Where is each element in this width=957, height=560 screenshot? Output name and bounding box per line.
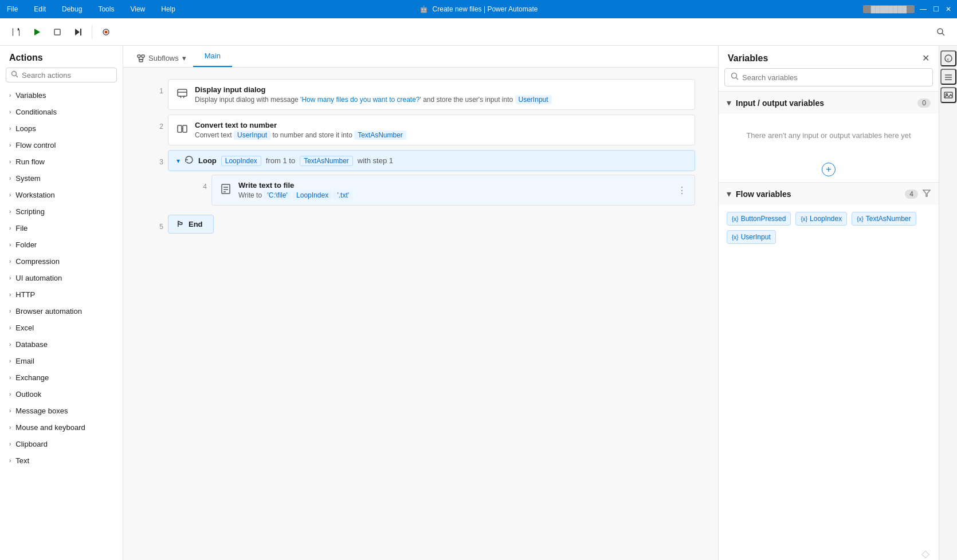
chevron-icon: › bbox=[9, 441, 11, 447]
menu-tools[interactable]: Tools bbox=[96, 4, 116, 14]
step-1-desc-before: Display input dialog with message bbox=[195, 96, 300, 104]
action-group-loops[interactable]: ›Loops bbox=[0, 120, 123, 137]
loop-collapse-icon[interactable]: ▾ bbox=[177, 157, 180, 165]
search-variables-input[interactable] bbox=[742, 73, 927, 82]
var-chip-textasnumber[interactable]: {x} TextAsNumber bbox=[852, 212, 916, 226]
step-more-button[interactable]: ⋮ bbox=[677, 185, 687, 196]
action-group-label: Browser automation bbox=[15, 307, 82, 316]
input-output-count: 0 bbox=[917, 98, 931, 108]
step-1-link[interactable]: 'How many files do you want to create?' bbox=[300, 96, 421, 104]
action-group-email[interactable]: ›Email bbox=[0, 353, 123, 369]
action-group-folder[interactable]: ›Folder bbox=[0, 236, 123, 253]
input-output-section-header[interactable]: ▾ Input / output variables 0 bbox=[719, 92, 939, 114]
canvas-content: 1 Display input dialog Display input dia… bbox=[123, 68, 718, 560]
chevron-icon: › bbox=[9, 92, 11, 98]
menu-edit[interactable]: Edit bbox=[32, 4, 48, 14]
flow-variables-header[interactable]: ▾ Flow variables 4 bbox=[719, 183, 939, 205]
action-group-ui-automation[interactable]: ›UI automation bbox=[0, 270, 123, 286]
close-button[interactable]: ✕ bbox=[944, 5, 952, 13]
step-2-desc-middle: to number and store it into bbox=[270, 131, 354, 139]
minimize-button[interactable]: — bbox=[919, 5, 927, 13]
menu-debug[interactable]: Debug bbox=[60, 4, 84, 14]
action-group-text[interactable]: ›Text bbox=[0, 452, 123, 469]
action-group-label: Variables bbox=[15, 91, 46, 100]
action-group-exchange[interactable]: ›Exchange bbox=[0, 369, 123, 386]
svg-rect-20 bbox=[178, 125, 182, 132]
tab-main[interactable]: Main bbox=[193, 46, 232, 67]
var-name-userinput: UserInput bbox=[741, 233, 771, 241]
search-actions-input[interactable] bbox=[22, 71, 112, 80]
action-group-browser-automation[interactable]: ›Browser automation bbox=[0, 303, 123, 320]
step-4-container: 4 Write text to file Write to 'C:\file' … bbox=[190, 175, 695, 206]
action-group-outlook[interactable]: ›Outlook bbox=[0, 386, 123, 403]
action-group-conditionals[interactable]: ›Conditionals bbox=[0, 104, 123, 120]
diamond-icon: ◇ bbox=[921, 547, 929, 560]
svg-point-27 bbox=[732, 73, 737, 78]
filter-icon[interactable] bbox=[923, 189, 931, 199]
loop-body: 4 Write text to file Write to 'C:\file' … bbox=[190, 175, 695, 206]
step-2-desc: Convert text UserInput to number and sto… bbox=[195, 131, 687, 139]
action-group-clipboard[interactable]: ›Clipboard bbox=[0, 436, 123, 452]
add-variable-button[interactable]: + bbox=[822, 163, 836, 176]
var-icon: {x} bbox=[801, 216, 807, 222]
menu-file[interactable]: File bbox=[5, 4, 20, 14]
step-1-card[interactable]: Display input dialog Display input dialo… bbox=[168, 79, 695, 110]
layers-button[interactable] bbox=[940, 69, 956, 85]
action-group-mouse-keyboard[interactable]: ›Mouse and keyboard bbox=[0, 419, 123, 436]
record-button[interactable] bbox=[97, 23, 115, 41]
chevron-icon: › bbox=[9, 325, 11, 331]
svg-point-5 bbox=[105, 30, 108, 33]
action-group-label: Exchange bbox=[15, 373, 49, 382]
action-group-scripting[interactable]: ›Scripting bbox=[0, 203, 123, 220]
action-group-system[interactable]: ›System bbox=[0, 170, 123, 187]
toolbar bbox=[0, 18, 957, 46]
step-1-content: Display input dialog Display input dialo… bbox=[195, 85, 687, 104]
step-1-desc-after: and store the user's input into bbox=[421, 96, 515, 104]
next-button[interactable] bbox=[69, 23, 87, 41]
variables-close-button[interactable]: ✕ bbox=[922, 53, 929, 64]
step-4-desc: Write to 'C:\file' LoopIndex '.txt' bbox=[238, 191, 670, 199]
action-group-label: Folder bbox=[15, 240, 37, 249]
action-group-variables[interactable]: ›Variables bbox=[0, 87, 123, 104]
step-1-title: Display input dialog bbox=[195, 85, 687, 94]
step-2-number: 2 bbox=[146, 115, 163, 131]
action-group-label: UI automation bbox=[15, 274, 62, 282]
var-icon: {x} bbox=[732, 234, 739, 240]
step-5-number: 5 bbox=[146, 215, 163, 231]
var-chip-loopindex[interactable]: {x} LoopIndex bbox=[795, 212, 847, 226]
convert-icon bbox=[177, 123, 188, 137]
end-card[interactable]: 🏳 End bbox=[168, 215, 214, 234]
loop-header[interactable]: ▾ Loop LoopIndex from 1 to TextAsNumber … bbox=[168, 150, 695, 171]
action-group-compression[interactable]: ›Compression bbox=[0, 253, 123, 270]
menu-view[interactable]: View bbox=[128, 4, 147, 14]
menu-help[interactable]: Help bbox=[159, 4, 178, 14]
stop-button[interactable] bbox=[48, 23, 66, 41]
step-5-container: 5 🏳 End bbox=[146, 215, 695, 234]
action-group-message-boxes[interactable]: ›Message boxes bbox=[0, 403, 123, 419]
run-button[interactable] bbox=[28, 23, 46, 41]
step-1-container: 1 Display input dialog Display input dia… bbox=[146, 79, 695, 110]
action-group-excel[interactable]: ›Excel bbox=[0, 320, 123, 336]
save-button[interactable] bbox=[7, 23, 25, 41]
action-group-file[interactable]: ›File bbox=[0, 220, 123, 236]
action-group-label: Mouse and keyboard bbox=[15, 423, 85, 432]
svg-rect-11 bbox=[142, 55, 144, 57]
variables-panel-toggle[interactable]: x bbox=[940, 50, 956, 66]
variables-title: Variables bbox=[728, 53, 768, 64]
write-icon bbox=[220, 183, 232, 198]
action-group-flow-control[interactable]: ›Flow control bbox=[0, 137, 123, 153]
var-chip-userinput[interactable]: {x} UserInput bbox=[727, 230, 776, 244]
action-group-label: Compression bbox=[15, 257, 60, 266]
action-group-run-flow[interactable]: ›Run flow bbox=[0, 153, 123, 170]
action-group-database[interactable]: ›Database bbox=[0, 336, 123, 353]
maximize-button[interactable]: ☐ bbox=[932, 5, 940, 13]
image-button[interactable] bbox=[940, 87, 956, 103]
step-4-card[interactable]: Write text to file Write to 'C:\file' Lo… bbox=[211, 175, 695, 206]
step-2-card[interactable]: Convert text to number Convert text User… bbox=[168, 115, 695, 145]
action-group-label: Flow control bbox=[15, 141, 56, 149]
var-chip-buttonpressed[interactable]: {x} ButtonPressed bbox=[727, 212, 791, 226]
canvas-search-button[interactable] bbox=[932, 23, 950, 41]
action-group-workstation[interactable]: ›Workstation bbox=[0, 187, 123, 203]
subflows-button[interactable]: Subflows ▾ bbox=[130, 49, 193, 67]
action-group-http[interactable]: ›HTTP bbox=[0, 286, 123, 303]
